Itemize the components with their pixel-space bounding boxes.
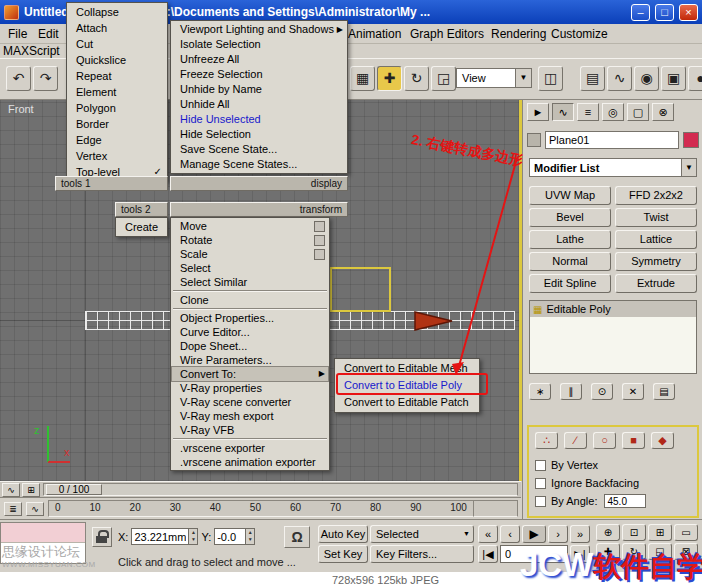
menu-item-wire-parameters[interactable]: Wire Parameters... (172, 353, 328, 367)
polygon-subobject-icon[interactable]: ■ (622, 432, 645, 449)
selected-dropdown[interactable]: Selected ▼ (370, 525, 474, 543)
track-list-icon[interactable]: ≣ (4, 502, 22, 516)
menu-item-element[interactable]: Element (68, 84, 166, 100)
previous-key-button[interactable]: |◀ (478, 545, 498, 563)
menu-item-select[interactable]: Select (172, 261, 328, 275)
dropdown-arrow-icon[interactable]: ▼ (681, 159, 696, 176)
object-name-field[interactable] (545, 131, 679, 149)
maximize-button[interactable]: □ (655, 4, 674, 21)
quick-render-button[interactable]: ● (688, 66, 702, 91)
modifier-button-lattice[interactable]: Lattice (615, 230, 697, 249)
menu-item-unhide-by-name[interactable]: Unhide by Name (172, 82, 346, 97)
settings-box-icon[interactable] (314, 235, 325, 246)
reference-coordinate-dropdown[interactable]: View ▼ (456, 68, 532, 88)
modifier-button-ffd[interactable]: FFD 2x2x2 (615, 186, 697, 205)
set-key-button[interactable]: Set Key (318, 545, 368, 563)
modifier-list-dropdown[interactable]: Modifier List ▼ (529, 158, 697, 177)
edge-subobject-icon[interactable]: ∕ (564, 432, 587, 449)
red-arrow-object[interactable] (414, 308, 456, 332)
menu-maxscript[interactable]: MAXScript (3, 44, 60, 58)
menu-item-vrscene-animation-exporter[interactable]: .vrscene animation exporter (172, 455, 328, 469)
track-curve-icon[interactable]: ∿ (26, 502, 44, 516)
menu-item-vray-properties[interactable]: V-Ray properties (172, 381, 328, 395)
modifier-button-twist[interactable]: Twist (615, 208, 697, 227)
render-setup-button[interactable]: ▣ (661, 66, 686, 91)
x-coordinate-field[interactable] (132, 529, 188, 544)
menu-item-repeat[interactable]: Repeat (68, 68, 166, 84)
by-angle-checkbox[interactable] (535, 496, 546, 507)
menu-item-viewport-lighting[interactable]: Viewport Lighting and Shadows ▶ (172, 22, 346, 37)
ignore-backfacing-checkbox[interactable] (535, 478, 546, 489)
previous-frame-button[interactable]: ‹ (500, 525, 520, 543)
menu-customize[interactable]: Customize (546, 26, 613, 42)
play-button[interactable]: ▶ (522, 525, 546, 543)
menu-item-hide-selection[interactable]: Hide Selection (172, 127, 346, 142)
menu-item-convert-to[interactable]: Convert To: ▶ (172, 367, 328, 381)
menu-item-cut[interactable]: Cut (68, 36, 166, 52)
by-angle-field[interactable] (604, 494, 646, 508)
pin-stack-icon[interactable]: ∗ (529, 383, 551, 400)
modifier-button-lathe[interactable]: Lathe (529, 230, 611, 249)
menu-animation[interactable]: Animation (343, 26, 406, 42)
menu-item-scale[interactable]: Scale (172, 247, 328, 261)
menu-graph-editors[interactable]: Graph Editors (405, 26, 489, 42)
object-color-swatch[interactable] (683, 132, 699, 148)
select-and-move-button[interactable]: ✚ (377, 66, 402, 91)
menu-item-vray-mesh-export[interactable]: V-Ray mesh export (172, 409, 328, 423)
settings-box-icon[interactable] (314, 221, 325, 232)
select-and-rotate-button[interactable]: ↻ (404, 66, 429, 91)
dropdown-arrow-icon[interactable]: ▼ (515, 69, 531, 87)
material-editor-button[interactable]: ◉ (634, 66, 659, 91)
auto-key-button[interactable]: Auto Key (318, 525, 368, 543)
vertex-subobject-icon[interactable]: ∴ (535, 432, 558, 449)
modifier-button-extrude[interactable]: Extrude (615, 274, 697, 293)
slider-grid-icon[interactable]: ⊞ (22, 483, 40, 497)
configure-stack-icon[interactable]: ▤ (653, 383, 675, 400)
menu-item-isolate-selection[interactable]: Isolate Selection (172, 37, 346, 52)
tab-display-icon[interactable]: ▢ (627, 103, 649, 121)
modifier-button-symmetry[interactable]: Symmetry (615, 252, 697, 271)
redo-button[interactable]: ↷ (33, 66, 58, 91)
zoom-region-icon[interactable]: ▭ (674, 524, 698, 541)
show-end-result-icon[interactable]: ∥ (560, 383, 582, 400)
select-and-scale-button[interactable]: ◲ (431, 66, 456, 91)
tab-create-icon[interactable]: ► (527, 103, 549, 121)
menu-item-rotate[interactable]: Rotate (172, 233, 328, 247)
settings-box-icon[interactable] (314, 249, 325, 260)
close-button[interactable]: × (679, 4, 698, 21)
menu-item-unhide-all[interactable]: Unhide All (172, 97, 346, 112)
menu-item-vray-vfb[interactable]: V-Ray VFB (172, 423, 328, 437)
time-slider-track[interactable]: 0 / 100 (43, 483, 518, 496)
tab-motion-icon[interactable]: ◎ (602, 103, 624, 121)
goto-start-button[interactable]: « (478, 525, 498, 543)
viewport-label[interactable]: Front (8, 103, 34, 115)
menu-item-manage-scene-states[interactable]: Manage Scene States... (172, 157, 346, 172)
menu-item-polygon[interactable]: Polygon (68, 100, 166, 116)
menu-file[interactable]: File (3, 26, 32, 42)
menu-item-vertex[interactable]: Vertex (68, 148, 166, 164)
make-unique-icon[interactable]: ⊙ (591, 383, 613, 400)
track-bar-ruler[interactable]: 0 10 20 30 40 50 60 70 80 90 100 (48, 500, 474, 517)
minimize-button[interactable]: – (631, 4, 650, 21)
menu-item-collapse[interactable]: Collapse (68, 4, 166, 20)
menu-edit[interactable]: Edit (33, 26, 64, 42)
time-slider-grip[interactable]: 0 / 100 (46, 484, 102, 495)
border-subobject-icon[interactable]: ○ (593, 432, 616, 449)
menu-item-curve-editor[interactable]: Curve Editor... (172, 325, 328, 339)
remove-modifier-icon[interactable]: ✕ (622, 383, 644, 400)
curve-editor-button[interactable]: ∿ (607, 66, 632, 91)
menu-item-unfreeze-all[interactable]: Unfreeze All (172, 52, 346, 67)
mini-curve-editor-icon[interactable]: ∿ (2, 483, 20, 497)
spinner-icon[interactable]: ▲▼ (188, 529, 197, 544)
tab-modify-icon[interactable]: ∿ (552, 103, 574, 121)
modifier-button-edit-spline[interactable]: Edit Spline (529, 274, 611, 293)
menu-item-attach[interactable]: Attach (68, 20, 166, 36)
mirror-button[interactable]: ◫ (538, 66, 563, 91)
modifier-button-uvw-map[interactable]: UVW Map (529, 186, 611, 205)
zoom-all-icon[interactable]: ⊡ (622, 524, 646, 541)
menu-item-vrscene-exporter[interactable]: .vrscene exporter (172, 441, 328, 455)
stack-item-editable-poly[interactable]: ▦ Editable Poly (530, 301, 696, 317)
element-subobject-icon[interactable]: ◆ (651, 432, 674, 449)
undo-button[interactable]: ↶ (6, 66, 31, 91)
menu-item-hide-unselected[interactable]: Hide Unselected (172, 112, 346, 127)
